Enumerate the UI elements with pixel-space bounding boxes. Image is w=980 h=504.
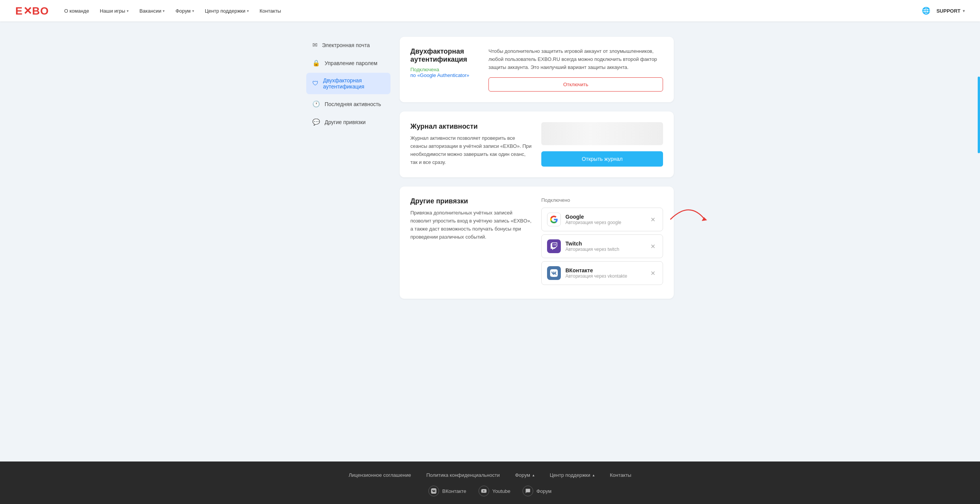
footer-forum-link[interactable]: Форум ▴ [515, 472, 534, 478]
footer-socials: ВКонтакте Youtube Форум [0, 486, 980, 496]
chevron-down-icon: ▾ [163, 9, 165, 13]
footer-youtube[interactable]: Youtube [479, 486, 510, 496]
vk-binding-info: ВКонтакте Авторизация через vkontakte [565, 267, 644, 279]
chevron-down-icon: ▾ [127, 9, 129, 13]
logo-text: E✕BO [15, 5, 49, 17]
lock-icon: 🔒 [312, 59, 320, 67]
activity-right: Открыть журнал [541, 122, 663, 167]
chevron-down-icon: ▾ [192, 9, 194, 13]
arrow-annotation [670, 208, 709, 231]
footer-privacy[interactable]: Политика конфиденциальности [426, 472, 500, 478]
sidebar: ✉ Электронная почта 🔒 Управление паролем… [306, 37, 390, 446]
twitch-binding-info: Twitch Авторизация через twitch [565, 241, 644, 252]
chevron-up-icon: ▴ [593, 473, 595, 477]
nav-support[interactable]: Центр поддержки ▾ [205, 8, 249, 14]
nav-vacancies[interactable]: Вакансии ▾ [139, 8, 165, 14]
bindings-description: Привязка дополнительных учётных записей … [410, 209, 532, 241]
twitch-binding-name: Twitch [565, 241, 644, 247]
disable-2fa-button[interactable]: Отключить [488, 77, 663, 92]
chevron-down-icon: ▾ [247, 9, 249, 13]
google-binding-sub: Авторизация через google [565, 220, 644, 225]
activity-preview-image [541, 122, 663, 145]
footer-links: Лицензионное соглашение Политика конфиде… [0, 472, 980, 478]
footer: Лицензионное соглашение Политика конфиде… [0, 461, 980, 504]
sidebar-item-activity[interactable]: 🕐 Последняя активность [306, 96, 390, 112]
svg-marker-0 [702, 217, 707, 221]
activity-title: Журнал активности [410, 123, 532, 131]
footer-support-link[interactable]: Центр поддержки ▴ [550, 472, 595, 478]
main-content: ✉ Электронная почта 🔒 Управление паролем… [260, 21, 720, 461]
vk-binding-sub: Авторизация через vkontakte [565, 273, 644, 279]
google-binding-name: Google [565, 214, 644, 220]
bindings-left: Другие привязки Привязка дополнительных … [410, 197, 532, 288]
vk-logo [547, 266, 561, 280]
sidebar-item-email[interactable]: ✉ Электронная почта [306, 37, 390, 53]
activity-description: Журнал активности позволяет проверить вс… [410, 134, 532, 166]
clock-icon: 🕐 [312, 100, 320, 108]
bindings-card: Другие привязки Привязка дополнительных … [400, 187, 674, 299]
twofa-left: Двухфакторная аутентификация Подключена … [410, 47, 479, 92]
content-area: Двухфакторная аутентификация Подключена … [400, 37, 674, 446]
open-journal-button[interactable]: Открыть журнал [541, 151, 663, 167]
twitch-remove-button[interactable]: ✕ [648, 242, 657, 251]
twitch-binding-sub: Авторизация через twitch [565, 247, 644, 252]
footer-forum[interactable]: Форум [523, 486, 552, 496]
youtube-icon [479, 486, 489, 496]
twitch-logo [547, 239, 561, 253]
chevron-down-icon: ▾ [963, 9, 965, 13]
binding-item-vk: ВКонтакте Авторизация через vkontakte ✕ [541, 261, 663, 285]
sidebar-item-2fa[interactable]: 🛡 Двухфакторная аутентификация [306, 73, 390, 94]
main-nav: О команде Наши игры ▾ Вакансии ▾ Форум ▾… [64, 8, 922, 14]
scrollbar[interactable] [978, 77, 980, 153]
footer-license[interactable]: Лицензионное соглашение [349, 472, 411, 478]
binding-item-twitch: Twitch Авторизация через twitch ✕ [541, 234, 663, 258]
sidebar-item-bindings[interactable]: 💬 Другие привязки [306, 114, 390, 130]
activity-left: Журнал активности Журнал активности позв… [410, 123, 532, 166]
chat-icon: 💬 [312, 118, 320, 126]
nav-contacts[interactable]: Контакты [260, 8, 281, 14]
sidebar-item-password[interactable]: 🔒 Управление паролем [306, 55, 390, 71]
twofa-card: Двухфакторная аутентификация Подключена … [400, 37, 674, 102]
bindings-right: Подключено Google Авторизация через go [541, 197, 663, 288]
nav-about[interactable]: О команде [64, 8, 89, 14]
binding-item-google: Google Авторизация через google ✕ [541, 208, 663, 231]
google-remove-button[interactable]: ✕ [648, 215, 657, 224]
email-icon: ✉ [312, 41, 317, 49]
google-logo [547, 213, 561, 226]
twofa-title: Двухфакторная аутентификация [410, 47, 479, 64]
vk-binding-name: ВКонтакте [565, 267, 644, 273]
connected-label: Подключено [541, 197, 663, 203]
header-right: 🌐 SUPPORT ▾ [922, 7, 965, 15]
twofa-description: Чтобы дополнительно защитить игровой акк… [488, 47, 663, 71]
vk-icon [428, 486, 439, 496]
nav-forum[interactable]: Форум ▾ [175, 8, 194, 14]
twofa-right: Чтобы дополнительно защитить игровой акк… [488, 47, 663, 92]
vk-remove-button[interactable]: ✕ [648, 268, 657, 278]
support-button[interactable]: SUPPORT ▾ [936, 8, 965, 14]
twofa-status: Подключена [410, 67, 479, 72]
globe-icon[interactable]: 🌐 [922, 7, 930, 15]
footer-vk[interactable]: ВКонтакте [428, 486, 466, 496]
nav-games[interactable]: Наши игры ▾ [100, 8, 129, 14]
activity-card: Журнал активности Журнал активности позв… [400, 111, 674, 177]
footer-contacts[interactable]: Контакты [610, 472, 631, 478]
header: E✕BO О команде Наши игры ▾ Вакансии ▾ Фо… [0, 0, 980, 21]
forum-icon [523, 486, 533, 496]
bindings-title: Другие привязки [410, 197, 532, 205]
twofa-sub: по «Google Authenticator» [410, 72, 479, 78]
logo[interactable]: E✕BO [15, 5, 49, 17]
chevron-up-icon: ▴ [532, 473, 534, 477]
shield-icon: 🛡 [312, 80, 318, 87]
google-binding-info: Google Авторизация через google [565, 214, 644, 225]
